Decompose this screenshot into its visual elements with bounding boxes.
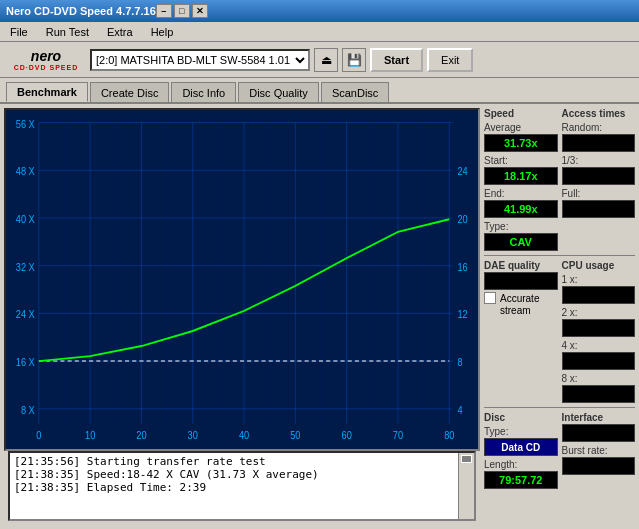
svg-text:8: 8: [457, 356, 462, 368]
onethird-label: 1/3:: [562, 155, 636, 166]
interface-value: [562, 424, 636, 442]
start-value: 18.17x: [484, 167, 558, 185]
close-button[interactable]: ✕: [192, 4, 208, 18]
menu-file[interactable]: File: [4, 25, 34, 39]
x2-label: 2 x:: [562, 307, 636, 318]
dae-title: DAE quality: [484, 260, 558, 271]
dae-cpu-row: DAE quality Accurate stream CPU usage 1 …: [484, 260, 635, 403]
dae-section: DAE quality Accurate stream: [484, 260, 558, 403]
svg-text:8 X: 8 X: [21, 404, 35, 416]
log-area: [21:35:56] Starting transfer rate test […: [8, 451, 476, 521]
svg-text:20: 20: [457, 213, 467, 225]
disc-type-label: Type:: [484, 426, 558, 437]
disc-title: Disc: [484, 412, 558, 423]
nero-logo-sub: CD·DVD SPEED: [14, 64, 79, 71]
tab-scandisc[interactable]: ScanDisc: [321, 82, 389, 102]
disc-type-value: Data CD: [484, 438, 558, 456]
nero-logo: nero CD·DVD SPEED: [6, 45, 86, 75]
onethird-value: [562, 167, 636, 185]
cpu-title: CPU usage: [562, 260, 636, 271]
cpu-section: CPU usage 1 x: 2 x: 4 x: 8 x:: [562, 260, 636, 403]
avg-value: 31.73x: [484, 134, 558, 152]
log-content: [21:35:56] Starting transfer rate test […: [10, 453, 458, 519]
eject-icon[interactable]: ⏏: [314, 48, 338, 72]
speed-access-row: Speed Average 31.73x Start: 18.17x End: …: [484, 108, 635, 251]
x4-label: 4 x:: [562, 340, 636, 351]
disc-section: Disc Type: Data CD Length: 79:57.72: [484, 412, 558, 489]
nero-logo-text: nero: [31, 48, 61, 64]
svg-text:0: 0: [36, 429, 41, 441]
tabs: Benchmark Create Disc Disc Info Disc Qua…: [0, 78, 639, 104]
svg-text:10: 10: [85, 429, 95, 441]
drive-selector[interactable]: [2:0] MATSHITA BD-MLT SW-5584 1.01: [90, 49, 310, 71]
x4-value: [562, 352, 636, 370]
chart-area: 56 X 48 X 40 X 32 X 24 X 16 X 8 X 24 20 …: [0, 104, 484, 529]
full-value: [562, 200, 636, 218]
svg-rect-0: [6, 110, 478, 449]
chart-svg: 56 X 48 X 40 X 32 X 24 X 16 X 8 X 24 20 …: [6, 110, 478, 449]
stream-label: stream: [500, 305, 558, 316]
svg-text:70: 70: [393, 429, 403, 441]
tab-benchmark[interactable]: Benchmark: [6, 82, 88, 102]
x1-value: [562, 286, 636, 304]
svg-text:40 X: 40 X: [16, 213, 35, 225]
svg-text:50: 50: [290, 429, 300, 441]
divider-1: [484, 255, 635, 256]
dae-value: [484, 272, 558, 290]
access-section: Access times Random: 1/3: Full:: [562, 108, 636, 251]
titlebar-controls: – □ ✕: [156, 4, 208, 18]
full-label: Full:: [562, 188, 636, 199]
svg-text:4: 4: [457, 404, 462, 416]
start-button[interactable]: Start: [370, 48, 423, 72]
svg-text:60: 60: [342, 429, 352, 441]
svg-text:20: 20: [136, 429, 146, 441]
minimize-button[interactable]: –: [156, 4, 172, 18]
svg-text:48 X: 48 X: [16, 165, 35, 177]
maximize-button[interactable]: □: [174, 4, 190, 18]
titlebar: Nero CD-DVD Speed 4.7.7.16 – □ ✕: [0, 0, 639, 22]
svg-text:16: 16: [457, 261, 467, 273]
end-label: End:: [484, 188, 558, 199]
burst-value: [562, 457, 636, 475]
log-scrollbar[interactable]: [458, 453, 474, 519]
exit-button[interactable]: Exit: [427, 48, 473, 72]
disc-length-label: Length:: [484, 459, 558, 470]
end-value: 41.99x: [484, 200, 558, 218]
tab-create-disc[interactable]: Create Disc: [90, 82, 169, 102]
log-line-3: [21:38:35] Elapsed Time: 2:39: [14, 481, 454, 494]
speed-section: Speed Average 31.73x Start: 18.17x End: …: [484, 108, 558, 251]
menu-help[interactable]: Help: [145, 25, 180, 39]
interface-title: Interface: [562, 412, 636, 423]
titlebar-title: Nero CD-DVD Speed 4.7.7.16: [6, 5, 156, 17]
accurate-stream-checkbox[interactable]: [484, 292, 496, 304]
tab-disc-quality[interactable]: Disc Quality: [238, 82, 319, 102]
menu-run-test[interactable]: Run Test: [40, 25, 95, 39]
start-label: Start:: [484, 155, 558, 166]
x1-label: 1 x:: [562, 274, 636, 285]
accurate-label: Accurate: [500, 293, 539, 304]
save-icon[interactable]: 💾: [342, 48, 366, 72]
type-label: Type:: [484, 221, 558, 232]
right-panel: Speed Average 31.73x Start: 18.17x End: …: [484, 104, 639, 529]
avg-label: Average: [484, 122, 558, 133]
main-content: 56 X 48 X 40 X 32 X 24 X 16 X 8 X 24 20 …: [0, 104, 639, 529]
accurate-stream-row: Accurate: [484, 292, 558, 304]
svg-text:56 X: 56 X: [16, 118, 35, 130]
access-title: Access times: [562, 108, 636, 119]
svg-text:40: 40: [239, 429, 249, 441]
type-value: CAV: [484, 233, 558, 251]
divider-2: [484, 407, 635, 408]
disc-length-value: 79:57.72: [484, 471, 558, 489]
random-value: [562, 134, 636, 152]
speed-title: Speed: [484, 108, 558, 119]
svg-text:16 X: 16 X: [16, 356, 35, 368]
svg-text:12: 12: [457, 309, 467, 321]
disc-interface-row: Disc Type: Data CD Length: 79:57.72 Inte…: [484, 412, 635, 489]
tab-disc-info[interactable]: Disc Info: [171, 82, 236, 102]
x8-label: 8 x:: [562, 373, 636, 384]
svg-text:24 X: 24 X: [16, 309, 35, 321]
x8-value: [562, 385, 636, 403]
burst-label: Burst rate:: [562, 445, 636, 456]
menu-extra[interactable]: Extra: [101, 25, 139, 39]
chart-container: 56 X 48 X 40 X 32 X 24 X 16 X 8 X 24 20 …: [4, 108, 480, 451]
